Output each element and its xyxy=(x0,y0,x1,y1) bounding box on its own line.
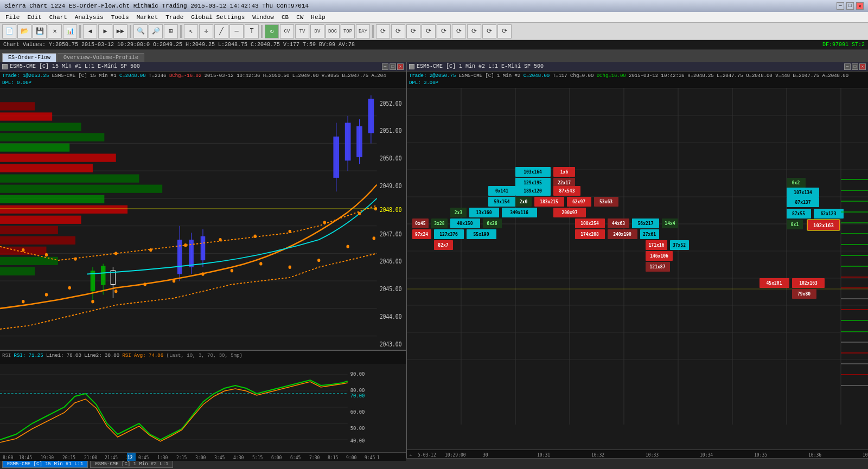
right-chart-close[interactable]: ✕ xyxy=(859,63,866,70)
tb-cv[interactable]: CV xyxy=(280,24,294,38)
svg-text:56x217: 56x217 xyxy=(638,221,654,226)
tb-save[interactable]: 💾 xyxy=(33,24,47,38)
tb-zoom-in[interactable]: 🔍 xyxy=(133,24,148,38)
svg-point-62 xyxy=(74,257,76,260)
tb-close[interactable]: ✕ xyxy=(48,24,62,38)
svg-text:6:00: 6:00 xyxy=(271,455,282,460)
tb-ref8[interactable]: ⟳ xyxy=(482,24,496,38)
tb-day[interactable]: DAY xyxy=(356,24,370,38)
tb-reload[interactable]: ↻ xyxy=(265,24,279,38)
tb-text[interactable]: T xyxy=(245,24,259,38)
rsi-svg: 90.00 80.00 70.00 60.00 50.00 40.00 xyxy=(0,364,374,451)
tb-ref6[interactable]: ⟳ xyxy=(452,24,466,38)
right-chart-canvas[interactable]: 103x164 129x195 0x141 189x120 59x154 1x6… xyxy=(407,88,868,458)
minimize-button[interactable]: ─ xyxy=(837,2,844,10)
menu-cb[interactable]: CB xyxy=(278,13,292,22)
time-axis-svg: 8:00 18:45 19:30 20:15 21:00 21:45 3/1 0… xyxy=(0,453,380,461)
tab-bar: ES-Order-Flow Overview-Volume-Profile xyxy=(0,50,868,62)
right-chart-minimize[interactable]: ─ xyxy=(844,63,851,70)
svg-text:10:33: 10:33 xyxy=(646,453,659,458)
tb-next[interactable]: ▶▶ xyxy=(113,24,127,38)
menu-global-settings[interactable]: Global Settings xyxy=(188,13,248,22)
svg-text:9:00: 9:00 xyxy=(346,455,356,460)
tb-open[interactable]: 📂 xyxy=(17,24,31,38)
tb-fit[interactable]: ⊞ xyxy=(164,24,178,38)
svg-text:2x0: 2x0 xyxy=(520,200,528,204)
svg-point-51 xyxy=(143,282,146,286)
menu-file[interactable]: File xyxy=(2,13,23,22)
rsi-panel: RSI RSI: 71.25 Line1: 70.00 Line2: 30.00… xyxy=(0,350,406,458)
svg-text:13x160: 13x160 xyxy=(476,210,492,215)
svg-text:62x97: 62x97 xyxy=(572,200,585,204)
svg-text:2050.00: 2050.00 xyxy=(380,155,402,162)
menu-edit[interactable]: Edit xyxy=(24,13,44,22)
svg-text:129x195: 129x195 xyxy=(524,181,542,185)
tb-ref9[interactable]: ⟳ xyxy=(497,24,512,38)
tab-overview-volume-profile[interactable]: Overview-Volume-Profile xyxy=(58,53,144,62)
tb-ref3[interactable]: ⟳ xyxy=(406,24,420,38)
menu-help[interactable]: Help xyxy=(308,13,328,22)
tb-prev[interactable]: ◀ xyxy=(83,24,97,38)
tb-doc[interactable]: DOC xyxy=(326,24,340,38)
tb-sep2 xyxy=(130,25,131,38)
svg-text:27x61: 27x61 xyxy=(643,232,656,237)
bottom-tab-1min[interactable]: ESM5-CME [C] 1 Min #2 L:1 xyxy=(90,460,173,468)
tab-es-order-flow[interactable]: ES-Order-Flow xyxy=(2,53,56,62)
svg-point-56 xyxy=(289,266,291,269)
tb-ref1[interactable]: ⟳ xyxy=(376,24,390,38)
left-chart-canvas[interactable]: 2052.00 2051.00 2050.00 2049.00 2048.00 … xyxy=(0,88,406,350)
maximize-button[interactable]: □ xyxy=(846,2,854,10)
tb-tv[interactable]: TV xyxy=(295,24,309,38)
tb-top[interactable]: TOP xyxy=(341,24,355,38)
window-controls[interactable]: ─ □ ✕ xyxy=(837,2,864,10)
svg-rect-21 xyxy=(0,226,58,234)
tb-hline[interactable]: ─ xyxy=(229,24,244,38)
menu-tools[interactable]: Tools xyxy=(108,13,132,22)
svg-text:4:30: 4:30 xyxy=(233,455,244,460)
svg-text:100x254: 100x254 xyxy=(580,221,599,226)
left-chart-maximize[interactable]: □ xyxy=(390,63,396,70)
svg-text:97x24: 97x24 xyxy=(415,232,428,237)
toolbar: 📄 📂 💾 ✕ 📊 ◀ ▶ ▶▶ 🔍 🔎 ⊞ ↖ ✛ ╱ ─ T ↻ CV TV… xyxy=(0,23,868,40)
tb-ref7[interactable]: ⟳ xyxy=(467,24,481,38)
menu-cw[interactable]: CW xyxy=(293,13,307,22)
menu-analysis[interactable]: Analysis xyxy=(72,13,107,22)
menu-chart[interactable]: Chart xyxy=(46,13,71,22)
tb-bar[interactable]: 📊 xyxy=(63,24,77,38)
svg-point-46 xyxy=(22,300,24,303)
tb-line[interactable]: ╱ xyxy=(214,24,228,38)
svg-text:2051.00: 2051.00 xyxy=(380,127,402,134)
bottom-tab-15min[interactable]: ESM5-CME [C] 15 Min #1 L:1 xyxy=(2,460,88,468)
tb-zoom-out[interactable]: 🔎 xyxy=(149,24,163,38)
svg-point-50 xyxy=(114,290,117,293)
tb-ref5[interactable]: ⟳ xyxy=(437,24,451,38)
menu-window[interactable]: Window xyxy=(249,13,277,22)
tb-dv[interactable]: DV xyxy=(310,24,324,38)
left-chart-panel: ESM5-CME [C] 15 Min #1 L:1 E-Mini SP 500… xyxy=(0,62,407,458)
tb-new[interactable]: 📄 xyxy=(2,24,16,38)
tb-ref2[interactable]: ⟳ xyxy=(391,24,405,38)
svg-text:2048.00: 2048.00 xyxy=(380,207,402,214)
svg-text:2047.00: 2047.00 xyxy=(380,230,402,237)
close-button[interactable]: ✕ xyxy=(856,2,864,10)
tb-ref4[interactable]: ⟳ xyxy=(422,24,436,38)
svg-point-67 xyxy=(254,235,257,238)
right-chart-maximize[interactable]: □ xyxy=(852,63,858,70)
svg-rect-22 xyxy=(0,236,75,245)
svg-text:40x150: 40x150 xyxy=(457,221,473,226)
menu-market[interactable]: Market xyxy=(133,13,162,22)
svg-point-57 xyxy=(317,259,320,262)
left-chart-minimize[interactable]: ─ xyxy=(382,63,388,70)
svg-text:59x154: 59x154 xyxy=(494,200,510,204)
left-chart-close[interactable]: ✕ xyxy=(397,63,404,70)
svg-text:2:15: 2:15 xyxy=(176,455,187,460)
svg-rect-10 xyxy=(0,112,52,120)
menu-trade[interactable]: Trade xyxy=(162,13,187,22)
svg-text:70.00: 70.00 xyxy=(350,393,365,399)
svg-text:189x120: 189x120 xyxy=(524,189,542,194)
tb-play[interactable]: ▶ xyxy=(98,24,112,38)
tb-crosshair[interactable]: ✛ xyxy=(199,24,213,38)
svg-text:10:37: 10:37 xyxy=(863,453,868,458)
svg-text:240x190: 240x190 xyxy=(613,232,631,237)
tb-cursor[interactable]: ↖ xyxy=(184,24,198,38)
